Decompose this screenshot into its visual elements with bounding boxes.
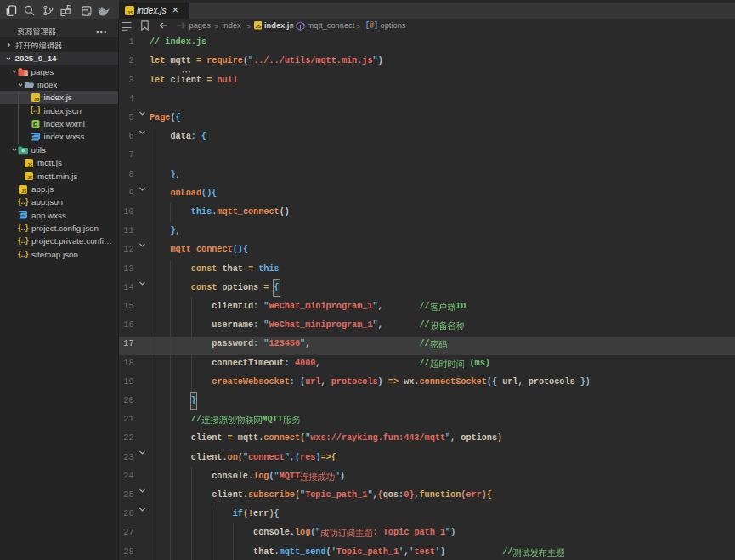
svg-text:JS: JS [127, 9, 133, 14]
svg-text:JS: JS [255, 24, 261, 29]
